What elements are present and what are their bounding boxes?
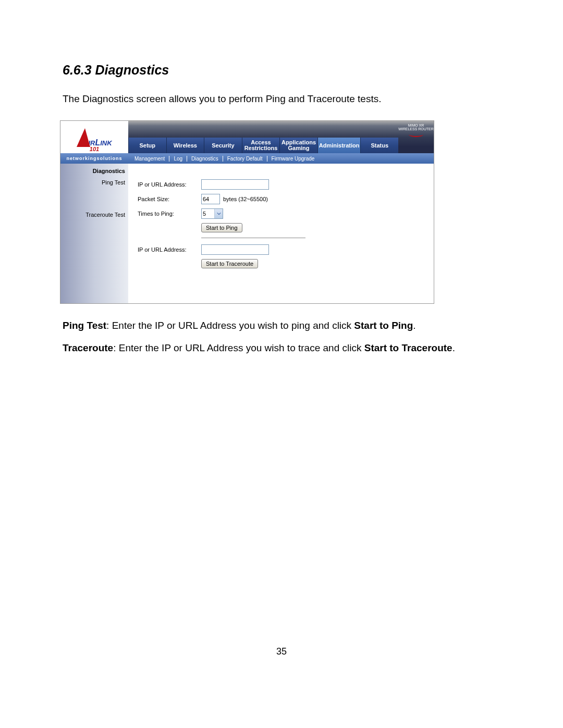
ping-description: Ping Test: Enter the IP or URL Address y…	[63, 319, 500, 332]
start-to-traceroute-button[interactable]: Start to Traceroute	[201, 259, 258, 268]
tab-administration[interactable]: Administration	[317, 138, 361, 153]
logo-cell: IRLINK 101	[60, 121, 128, 153]
logo-sub: 101	[90, 146, 99, 152]
label-ping-ip: IP or URL Address:	[138, 181, 201, 188]
select-times-to-ping[interactable]	[201, 208, 223, 219]
tab-status[interactable]: Status	[360, 138, 398, 153]
section-divider	[201, 238, 305, 238]
sidebar-heading: Diagnostics	[64, 168, 125, 174]
note-packet-range: bytes (32~65500)	[223, 196, 268, 202]
tab-access-restrictions[interactable]: Access Restrictions	[242, 138, 280, 153]
sidebar: Diagnostics Ping Test Traceroute Test	[60, 164, 128, 303]
tab-security[interactable]: Security	[204, 138, 242, 153]
ping-bold: Ping Test	[63, 320, 106, 331]
traceroute-description: Traceroute: Enter the IP or URL Address …	[63, 342, 500, 355]
content-panel: IP or URL Address: Packet Size: bytes (3…	[128, 164, 434, 303]
slogan-text: networkingsolutions	[66, 156, 122, 161]
page-number: 35	[63, 646, 500, 657]
tr-bold: Traceroute	[63, 342, 113, 353]
ping-text: : Enter the IP or URL Address you wish t…	[106, 320, 354, 331]
logo-word-ink: INK	[100, 139, 112, 147]
subnav-management[interactable]: Management	[130, 156, 169, 162]
tr-text: : Enter the IP or URL Address you wish t…	[113, 342, 364, 353]
ping-button-ref: Start to Ping	[354, 320, 413, 331]
start-to-ping-button[interactable]: Start to Ping	[201, 223, 242, 232]
input-tr-ip[interactable]	[201, 244, 269, 255]
input-packet-size[interactable]	[201, 194, 220, 204]
sidebar-item-ping-test: Ping Test	[64, 179, 125, 186]
input-ping-ip[interactable]	[201, 179, 269, 190]
tab-applications-gaming[interactable]: Applications Gaming	[279, 138, 317, 153]
router-admin-screenshot: IRLINK 101 Setup Wireless Security Acces…	[60, 120, 434, 304]
ping-period: .	[413, 320, 415, 331]
section-heading: 6.6.3 Diagnostics	[63, 63, 500, 78]
label-packet-size: Packet Size:	[138, 196, 201, 202]
tr-period: .	[452, 342, 455, 353]
label-tr-ip: IP or URL Address:	[138, 246, 201, 253]
subnav-firmware-upgrade[interactable]: Firmware Upgrade	[267, 156, 319, 162]
brand-badge: MIMO XR WIRELESS ROUTER	[398, 121, 434, 153]
subnav-diagnostics[interactable]: Diagnostics	[187, 156, 223, 162]
slogan-cell: networkingsolutions	[60, 153, 128, 164]
brand-line2: WIRELESS ROUTER	[398, 127, 434, 131]
main-tabs: Setup Wireless Security Access Restricti…	[128, 138, 398, 153]
tab-wireless[interactable]: Wireless	[166, 138, 204, 153]
label-times-to-ping: Times to Ping:	[138, 211, 201, 217]
tab-setup[interactable]: Setup	[128, 138, 166, 153]
intro-text: The Diagnostics screen allows you to per…	[63, 93, 500, 105]
airlink-logo: IRLINK 101	[77, 128, 112, 153]
sidebar-item-traceroute-test: Traceroute Test	[64, 212, 125, 218]
brand-line1: MIMO XR	[408, 124, 424, 127]
logo-a-icon	[77, 128, 90, 147]
sub-nav: Management Log Diagnostics Factory Defau…	[128, 153, 434, 164]
subnav-factory-default[interactable]: Factory Default	[223, 156, 267, 162]
swoosh-icon	[409, 132, 423, 137]
subnav-log[interactable]: Log	[169, 156, 187, 162]
tr-button-ref: Start to Traceroute	[364, 342, 452, 353]
